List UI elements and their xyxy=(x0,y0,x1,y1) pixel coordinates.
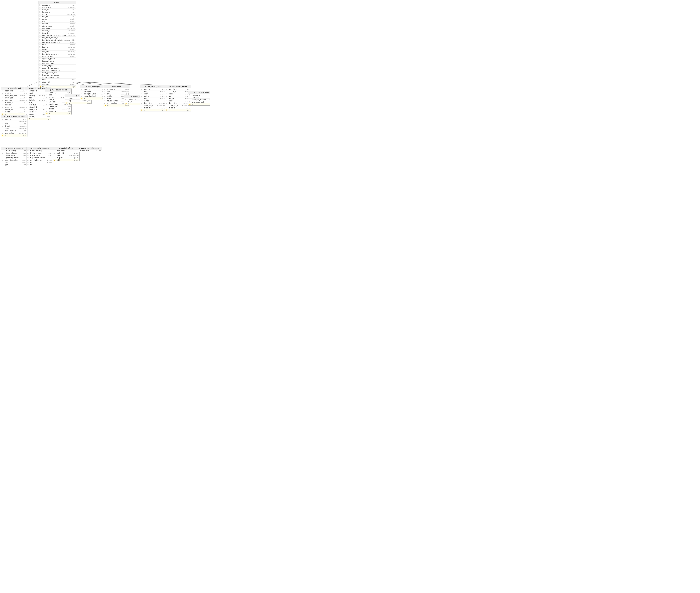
table-row: ☐house_numbervarchar(36) xyxy=(1,130,27,132)
field-type: smallint xyxy=(70,21,75,22)
field-icon: ☐ xyxy=(39,7,41,8)
field-icon: ☐ xyxy=(104,93,106,94)
table-body_detect_result: ▦body_detect_result☐numeric_idbigint☐sam… xyxy=(165,85,191,111)
table-row: ☐numeric_idbigint xyxy=(80,88,106,90)
field-name: sleeve_length xyxy=(42,65,74,67)
field-name: numeric_id xyxy=(49,92,65,93)
field-icon: ☐ xyxy=(141,93,142,94)
field-name: ethnic_group xyxy=(42,25,69,27)
table-header-general_event_location: ▦general_event_location xyxy=(1,115,27,118)
field-type: varchar(36) xyxy=(121,91,129,92)
field-name: top_similar_external_id xyxy=(42,53,67,55)
field-icon: ☐ xyxy=(46,92,48,93)
field-icon: ☐ xyxy=(2,100,3,101)
table-header-body_descriptor: ▦body_descriptor xyxy=(188,91,210,94)
table-icon-event: ▦ xyxy=(54,2,55,3)
field-type: timestamp xyxy=(69,51,75,53)
field-icon: ☐ xyxy=(166,93,167,94)
field-name: id xyxy=(144,109,161,111)
field-icon: ☐ xyxy=(141,91,142,92)
field-type: uuid xyxy=(73,4,75,6)
table-row: ☐sourcevarchar(128) xyxy=(45,108,72,110)
field-type: name xyxy=(48,150,52,152)
table-row: ☐user_datavarchar(36) xyxy=(1,99,27,102)
field-icon: ☐ xyxy=(26,100,27,101)
table-icon-tag: ▦ xyxy=(76,95,77,96)
table-row: ☐user_datavarchar(128) xyxy=(38,27,76,30)
field-type: integer xyxy=(74,159,79,161)
table-row: ☐handler_iduuid xyxy=(1,109,27,111)
field-icon: ☐ xyxy=(39,74,41,76)
field-name: numeric_id xyxy=(107,88,124,90)
table-row: 🔑sridinteger xyxy=(53,159,79,161)
table-header-geometry_columns: ▦geometry_columns xyxy=(1,147,27,150)
table-icon-attach_result: ▦ xyxy=(131,96,132,97)
field-icon: ☐ xyxy=(39,84,41,85)
field-type: varchar(128) xyxy=(67,28,75,29)
field-name: numeric_id xyxy=(144,88,161,90)
field-icon: ☐ xyxy=(104,98,106,99)
field-name: rect_y xyxy=(169,95,184,97)
table-row: ☐numeric_idbigint xyxy=(45,91,72,94)
field-icon: ☐ xyxy=(27,150,29,152)
table-header-location: ▦location xyxy=(103,85,130,88)
field-icon: ☐ xyxy=(81,93,83,94)
table-row: ☐rect_wsmallint xyxy=(165,97,191,100)
field-name: area xyxy=(5,123,17,125)
field-type: name xyxy=(48,157,52,159)
table-row: ☐descriptor_versioninteger xyxy=(188,98,210,101)
field-icon: ☐ xyxy=(46,104,48,105)
field-type: bigint xyxy=(125,88,129,90)
field-type: uuid xyxy=(68,111,71,112)
field-type: bigint xyxy=(23,118,27,120)
field-icon: ☐ xyxy=(26,97,27,98)
field-name: face_id xyxy=(29,102,46,104)
table-label-face_descriptor: face_descriptor xyxy=(88,86,100,87)
field-name: numeric_id xyxy=(192,94,209,96)
table-row: ☐account_iduuid xyxy=(1,102,27,104)
field-name: image_origin xyxy=(144,105,156,107)
field-type: bigint xyxy=(47,118,50,120)
table-row: ☐geo_positiongeography xyxy=(1,132,27,134)
field-icon: ☐ xyxy=(26,107,27,108)
field-name: liveness xyxy=(42,48,69,50)
field-type: integer xyxy=(22,159,27,161)
table-row: ☐livenesssmallint xyxy=(38,48,76,51)
table-row: ☐detect_timetimestamp xyxy=(165,102,191,105)
table-row: ☐encryption_hashbytea xyxy=(188,101,210,103)
diagram-container: ▦event☐account_iduuid☐create_timetimesta… xyxy=(0,0,210,175)
table-label-geography_columns: geography_columns xyxy=(33,147,49,149)
field-icon: ☐ xyxy=(39,67,41,69)
field-name: district xyxy=(5,125,17,127)
field-icon: ☐ xyxy=(2,121,3,122)
table-geography_columns: ▦geography_columns☐f_table_catalogname☐f… xyxy=(26,147,53,166)
field-type: name xyxy=(23,155,27,156)
field-icon: ☐ xyxy=(2,164,3,166)
field-name: house_number xyxy=(107,100,120,102)
field-icon: ☐ xyxy=(2,162,3,163)
field-type: varchar(36) xyxy=(19,123,27,125)
field-icon: ☐ xyxy=(54,157,55,159)
field-name: backpack_state xyxy=(42,60,74,62)
field-icon: ☐ xyxy=(26,104,27,106)
field-type: integer xyxy=(74,152,79,154)
table-row: ☐event_end_timetimestamp xyxy=(1,94,27,97)
field-name: event_id xyxy=(42,9,71,11)
field-name: srid xyxy=(30,162,46,163)
table-header-face_descriptor: ▦face_descriptor xyxy=(80,85,106,88)
field-type: uuid xyxy=(73,9,75,11)
field-icon: ☐ xyxy=(2,128,3,129)
table-row: ☐f_table_namename xyxy=(27,154,53,157)
field-type: varchar(2048) xyxy=(69,155,79,156)
field-type: smallint xyxy=(70,55,75,57)
field-type: timestamp xyxy=(159,103,166,104)
field-type: bigint xyxy=(87,102,91,104)
field-name: headwear_state xyxy=(42,63,74,64)
field-type: bigint xyxy=(187,110,190,111)
field-name: track_id xyxy=(42,46,67,48)
table-row: ☐lower_garment_type xyxy=(38,72,76,74)
field-type: varchar(36) xyxy=(68,46,75,48)
field-icon: ☐ xyxy=(39,35,41,36)
field-type: bigint xyxy=(67,113,71,114)
field-type: varchar(36) xyxy=(19,130,27,132)
